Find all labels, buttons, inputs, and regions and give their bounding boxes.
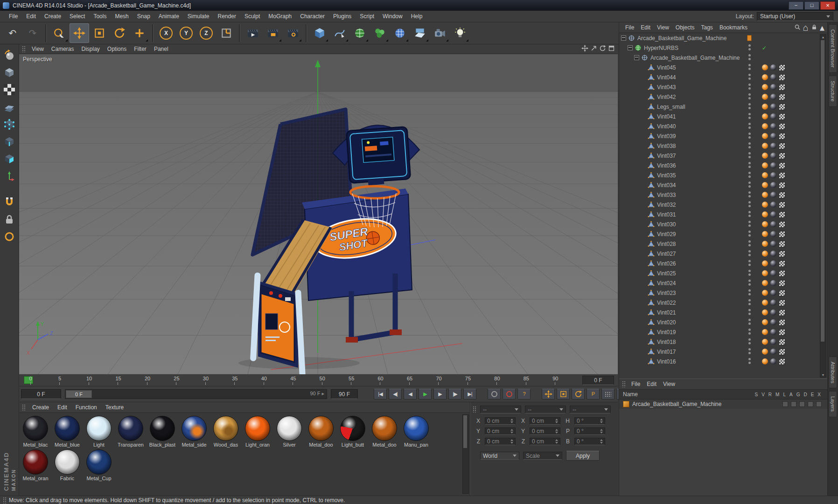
toggle-icon[interactable] [808, 401, 813, 407]
workplane-mode-button[interactable] [2, 100, 16, 114]
phong-tag-icon[interactable] [770, 143, 776, 149]
scroll-down-icon[interactable]: ▼ [820, 372, 826, 377]
add-spline-button[interactable] [330, 23, 349, 43]
material-item[interactable]: Light_butt [338, 416, 367, 448]
uvw-tag-icon[interactable] [779, 260, 785, 267]
viewport-label[interactable]: Perspective [23, 56, 52, 63]
visibility-dots-icon[interactable] [748, 329, 751, 331]
tree-row[interactable]: Vint018 [619, 337, 827, 347]
texture-tag-icon[interactable] [762, 123, 768, 129]
tree-row[interactable]: Vint032 [619, 200, 827, 210]
side-tab-structure[interactable]: Structure [829, 76, 837, 107]
zoom-view-button[interactable] [590, 45, 597, 53]
material-item[interactable]: Metal_blac [21, 416, 50, 448]
toggle-icon[interactable] [782, 401, 788, 407]
menu-tools[interactable]: Tools [89, 12, 111, 21]
tree-expander[interactable] [634, 55, 639, 60]
coordinate-field[interactable]: 0 cm [485, 438, 516, 445]
tree-row[interactable]: Vint016 [619, 357, 827, 366]
texture-tag-icon[interactable] [762, 113, 768, 119]
menu-plugins[interactable]: Plugins [329, 12, 356, 21]
add-light-button[interactable] [450, 23, 470, 43]
texture-tag-icon[interactable] [762, 349, 768, 355]
tree-row[interactable]: Vint041 [619, 112, 827, 121]
visibility-dots-icon[interactable] [748, 54, 751, 56]
phong-tag-icon[interactable] [770, 211, 776, 217]
rotate-button[interactable] [110, 23, 129, 43]
viewport-menu-panel[interactable]: Panel [150, 45, 172, 53]
stepper-icon[interactable] [600, 439, 603, 444]
viewport-menu-cameras[interactable]: Cameras [48, 45, 78, 53]
parent-mode-button[interactable]: P [587, 389, 600, 399]
uvw-tag-icon[interactable] [779, 64, 785, 71]
tree-row[interactable]: Vint024 [619, 278, 827, 288]
uvw-tag-icon[interactable] [779, 123, 785, 130]
object-menu-view[interactable]: View [654, 23, 672, 32]
current-frame-field[interactable]: 0 F [582, 376, 614, 385]
world-dropdown[interactable]: World [480, 452, 519, 460]
side-tab-attributes[interactable]: Attributes [829, 357, 837, 388]
texture-tag-icon[interactable] [762, 309, 768, 315]
phong-tag-icon[interactable] [770, 329, 776, 335]
layer-menu-file[interactable]: File [628, 380, 643, 388]
menu-animate[interactable]: Animate [154, 12, 183, 21]
play-button[interactable]: ▶ [419, 389, 432, 399]
tree-expander[interactable] [621, 35, 626, 41]
material-item[interactable]: Light_oran [243, 416, 272, 448]
record-keyframe-button[interactable] [488, 389, 501, 399]
close-button[interactable] [820, 1, 835, 10]
tree-row[interactable]: Vint035 [619, 170, 827, 180]
phong-tag-icon[interactable] [770, 202, 776, 208]
tree-expander[interactable] [628, 45, 633, 50]
texture-tag-icon[interactable] [762, 172, 768, 178]
texture-tag-icon[interactable] [762, 84, 768, 90]
material-menu-create[interactable]: Create [28, 403, 53, 412]
apply-button[interactable]: Apply [566, 451, 600, 461]
visibility-dots-icon[interactable] [748, 191, 751, 194]
scale-dropdown[interactable]: Scale [523, 452, 562, 460]
visibility-dots-icon[interactable] [748, 182, 751, 184]
phong-tag-icon[interactable] [770, 84, 776, 90]
viewport-canvas[interactable]: SUPER SHOT [19, 54, 618, 375]
texture-tag-icon[interactable] [762, 329, 768, 335]
visibility-dots-icon[interactable] [748, 338, 751, 341]
tree-row[interactable]: Vint044 [619, 72, 827, 82]
uvw-tag-icon[interactable] [779, 241, 785, 247]
menu-render[interactable]: Render [214, 12, 240, 21]
uvw-tag-icon[interactable] [779, 211, 785, 218]
tree-row[interactable]: HyperNURBS✓ [619, 43, 827, 53]
phong-tag-icon[interactable] [770, 260, 776, 266]
layer-menu-edit[interactable]: Edit [643, 380, 660, 388]
texture-tag-icon[interactable] [762, 104, 768, 110]
edges-mode-button[interactable] [2, 134, 16, 148]
tree-row[interactable]: Vint028 [619, 239, 827, 249]
goto-next-key-button[interactable]: |▶ [448, 389, 461, 399]
visibility-dots-icon[interactable] [748, 299, 751, 301]
visibility-dots-icon[interactable] [748, 74, 751, 76]
phong-tag-icon[interactable] [770, 251, 776, 257]
viewport-menu-display[interactable]: Display [77, 45, 103, 53]
tree-row[interactable]: Vint038 [619, 141, 827, 151]
texture-tag-icon[interactable] [762, 162, 768, 168]
side-tab-content-browser[interactable]: Content Browser [829, 24, 837, 73]
visibility-dots-icon[interactable] [748, 309, 751, 311]
texture-tag-icon[interactable] [762, 221, 768, 227]
material-item[interactable]: Metal_doo [307, 416, 335, 448]
menu-character[interactable]: Character [296, 12, 329, 21]
uvw-tag-icon[interactable] [779, 309, 785, 316]
uvw-tag-icon[interactable] [779, 290, 785, 296]
uvw-tag-icon[interactable] [779, 300, 785, 306]
lock-y-button[interactable]: Y [176, 23, 196, 43]
texture-tag-icon[interactable] [762, 64, 768, 70]
undo-button[interactable]: ↶ [3, 23, 22, 43]
tree-row[interactable]: Arcade_Basketball_Game_Machine [619, 53, 827, 63]
maximize-view-button[interactable] [608, 45, 615, 53]
workplane-lock-button[interactable] [2, 212, 16, 226]
visibility-dots-icon[interactable] [748, 240, 751, 243]
menu-mesh[interactable]: Mesh [111, 12, 133, 21]
add-mograph-button[interactable] [370, 23, 390, 43]
uvw-tag-icon[interactable] [779, 280, 785, 287]
texture-mode-button[interactable] [2, 83, 16, 97]
viewport-menu-options[interactable]: Options [104, 45, 130, 53]
tree-row[interactable]: Vint034 [619, 180, 827, 190]
